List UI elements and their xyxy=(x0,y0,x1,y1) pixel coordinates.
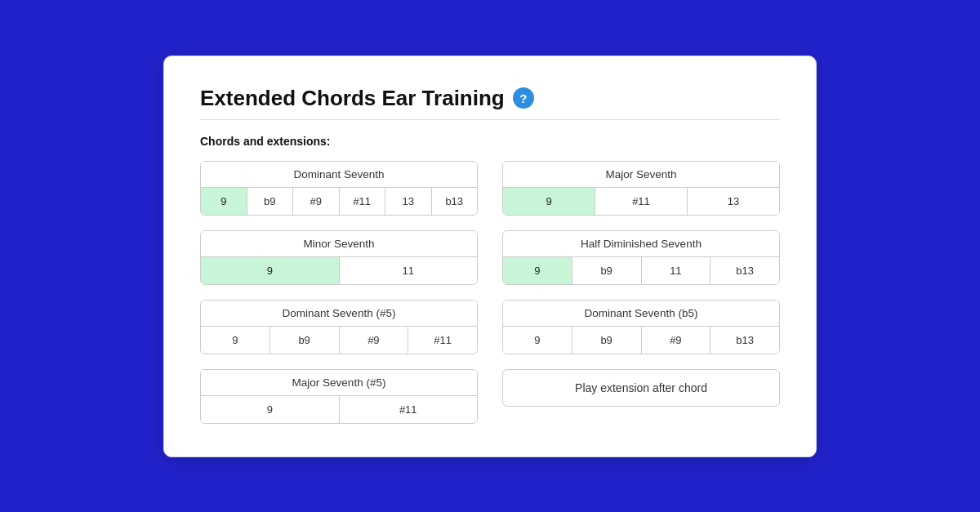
chord-name-dominant-seventh-flat5: Dominant Seventh (b5) xyxy=(503,301,779,327)
chord-name-major-seventh: Major Seventh xyxy=(503,162,779,188)
ext-btn-sharp9[interactable]: #9 xyxy=(293,188,340,215)
left-column: Dominant Seventh9b9#9#1113b13Minor Seven… xyxy=(200,161,478,424)
chord-group-half-diminished-seventh: Half Diminished Seventh9b911b13 xyxy=(502,230,780,285)
ext-btn-13[interactable]: 13 xyxy=(688,188,779,215)
play-extension-button[interactable]: Play extension after chord xyxy=(502,369,780,407)
ext-btn-9[interactable]: 9 xyxy=(201,188,247,215)
ext-btn-sharp11[interactable]: #11 xyxy=(595,188,688,215)
ext-btn-flat13[interactable]: b13 xyxy=(710,327,779,354)
chord-group-major-seventh-sharp5: Major Seventh (#5)9#11 xyxy=(200,369,478,424)
ext-btn-9[interactable]: 9 xyxy=(503,327,572,354)
ext-btn-sharp11[interactable]: #11 xyxy=(408,327,477,354)
ext-btn-flat13[interactable]: b13 xyxy=(710,257,779,284)
right-column: Major Seventh9#1113Half Diminished Seven… xyxy=(502,161,780,424)
chord-name-half-diminished-seventh: Half Diminished Seventh xyxy=(503,231,779,257)
main-card: Extended Chords Ear Training ? Chords an… xyxy=(163,56,817,457)
ext-btn-11[interactable]: 11 xyxy=(340,257,478,284)
extensions-row-major-seventh: 9#1113 xyxy=(503,188,779,215)
ext-btn-flat9[interactable]: b9 xyxy=(572,257,642,284)
ext-btn-9[interactable]: 9 xyxy=(201,396,340,423)
chord-name-minor-seventh: Minor Seventh xyxy=(201,231,477,257)
page-title: Extended Chords Ear Training xyxy=(200,86,505,111)
ext-btn-sharp9[interactable]: #9 xyxy=(340,327,409,354)
ext-btn-flat9[interactable]: b9 xyxy=(270,327,340,354)
chord-name-dominant-seventh-sharp5: Dominant Seventh (#5) xyxy=(201,301,477,327)
chord-group-dominant-seventh-flat5: Dominant Seventh (b5)9b9#9b13 xyxy=(502,300,780,354)
chord-group-dominant-seventh: Dominant Seventh9b9#9#1113b13 xyxy=(200,161,478,216)
chord-name-dominant-seventh: Dominant Seventh xyxy=(201,162,477,188)
chord-group-minor-seventh: Minor Seventh911 xyxy=(200,230,478,285)
ext-btn-9[interactable]: 9 xyxy=(201,327,270,354)
ext-btn-flat9[interactable]: b9 xyxy=(572,327,642,354)
ext-btn-13[interactable]: 13 xyxy=(385,188,432,215)
ext-btn-sharp11[interactable]: #11 xyxy=(340,188,386,215)
help-icon[interactable]: ? xyxy=(513,87,534,109)
header-divider xyxy=(200,119,780,120)
chord-name-major-seventh-sharp5: Major Seventh (#5) xyxy=(201,370,477,396)
extensions-row-half-diminished-seventh: 9b911b13 xyxy=(503,257,779,284)
chord-group-major-seventh: Major Seventh9#1113 xyxy=(502,161,780,216)
extensions-row-minor-seventh: 911 xyxy=(201,257,477,284)
extensions-row-major-seventh-sharp5: 9#11 xyxy=(201,396,477,423)
ext-btn-sharp9[interactable]: #9 xyxy=(642,327,711,354)
extensions-row-dominant-seventh-flat5: 9b9#9b13 xyxy=(503,327,779,354)
ext-btn-9[interactable]: 9 xyxy=(201,257,340,284)
ext-btn-9[interactable]: 9 xyxy=(503,257,572,284)
ext-btn-11[interactable]: 11 xyxy=(642,257,711,284)
extensions-row-dominant-seventh-sharp5: 9b9#9#11 xyxy=(201,327,477,354)
card-header: Extended Chords Ear Training ? xyxy=(200,86,780,111)
ext-btn-flat9[interactable]: b9 xyxy=(247,188,294,215)
extensions-row-dominant-seventh: 9b9#9#1113b13 xyxy=(201,188,477,215)
ext-btn-flat13[interactable]: b13 xyxy=(432,188,478,215)
chord-columns: Dominant Seventh9b9#9#1113b13Minor Seven… xyxy=(200,161,780,424)
ext-btn-sharp11[interactable]: #11 xyxy=(340,396,478,423)
chord-group-dominant-seventh-sharp5: Dominant Seventh (#5)9b9#9#11 xyxy=(200,300,478,354)
section-label: Chords and extensions: xyxy=(200,135,780,148)
ext-btn-9[interactable]: 9 xyxy=(503,188,595,215)
